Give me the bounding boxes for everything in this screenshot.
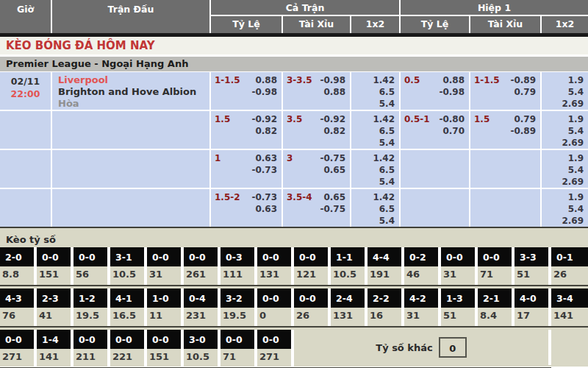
score-box: 4-4 (368, 247, 401, 266)
h1-1x2-cell[interactable]: 1.95.42.69 (542, 111, 588, 149)
away-team[interactable]: Brighton and Hove Albion (58, 86, 209, 98)
score-cell[interactable]: 0-0151 (147, 330, 184, 367)
score-cell[interactable]: 0-031 (441, 247, 478, 285)
score-cell[interactable]: 1-011 (147, 289, 184, 326)
score-cell[interactable]: 3-351 (514, 247, 551, 285)
score-cell[interactable]: 0-056 (74, 247, 110, 285)
score-cell[interactable]: 0-026 (294, 289, 331, 326)
score-cell[interactable]: 1-351 (441, 289, 478, 326)
home-team[interactable]: Liverpool (58, 74, 209, 86)
ft-handicap-cell[interactable]: 1-1.50.88-0.98 (211, 72, 283, 110)
h1-overunder-cell[interactable] (470, 150, 542, 188)
score-odds: 141 (37, 349, 71, 367)
h1-overunder-cell[interactable]: 1-1.5-0.890.79 (470, 72, 542, 110)
score-cell[interactable]: 4-017 (514, 289, 551, 326)
odds-value: -0.75 (320, 152, 345, 164)
score-cell[interactable]: 3-219.5 (220, 289, 257, 326)
odds-value: -0.98 (320, 74, 345, 86)
table-header: Giờ Trận Đấu Cả Trận Tỷ Lệ Tài Xỉu 1x2 H… (0, 0, 588, 33)
score-cell[interactable]: 2-4131 (331, 289, 368, 326)
score-cell[interactable]: 1-110.5 (331, 247, 368, 285)
odds-value: 2.69 (542, 137, 584, 149)
ft-overunder-cell[interactable]: 3.5-40.65-0.75 (283, 189, 351, 227)
ft-handicap-cell[interactable]: 1.5-0.920.82 (211, 111, 283, 149)
ft-handicap-cell[interactable]: 1.5-2-0.730.63 (211, 189, 283, 227)
score-cell[interactable]: 4-376 (0, 289, 37, 326)
score-cell[interactable]: 0-246 (404, 247, 441, 285)
score-box: 2-0 (0, 247, 34, 266)
odds-row: 1.5-2-0.730.633.5-40.65-0.751.426.55.41.… (0, 189, 588, 227)
other-score-box[interactable]: 0 (439, 337, 467, 358)
score-cell[interactable]: 0-071 (478, 247, 514, 285)
score-cell[interactable]: 0-00 (257, 289, 294, 326)
score-cell[interactable]: 3-010.5 (184, 330, 220, 367)
ft-1x2-cell[interactable]: 1.426.55.4 (351, 111, 401, 149)
score-box: 1-2 (74, 289, 107, 308)
score-odds: 16 (368, 308, 401, 326)
score-cell[interactable]: 0-0261 (184, 247, 220, 285)
ft-overunder-cell[interactable]: 3-0.750.65 (283, 150, 351, 188)
ft-overunder-cell[interactable]: 3-3.5-0.980.88 (283, 72, 351, 110)
score-cell[interactable]: 2-341 (37, 289, 74, 326)
odds-value: 2.69 (542, 176, 584, 188)
h1-handicap-cell[interactable]: 0.5-1-0.800.70 (401, 111, 470, 149)
score-cell[interactable]: 0-0211 (74, 330, 110, 367)
score-cell[interactable]: 0-126 (551, 247, 588, 285)
ft-1x2-cell[interactable]: 1.426.55.4 (351, 72, 401, 110)
ft-1x2-cell[interactable]: 1.426.55.4 (351, 189, 401, 227)
score-cell[interactable]: 1-4141 (37, 330, 74, 367)
match-cell[interactable]: LiverpoolBrighton and Hove AlbionHòa (52, 72, 211, 110)
h1-1x2-cell[interactable]: 1.95.42.69 (542, 150, 588, 188)
score-odds: 56 (74, 266, 107, 285)
col-header-time: Giờ (0, 0, 52, 33)
match-cell[interactable] (52, 189, 211, 227)
match-cell[interactable] (52, 150, 211, 188)
score-cell[interactable]: 0-0271 (0, 330, 37, 367)
score-cell[interactable]: 0-0121 (294, 247, 331, 285)
score-cell[interactable]: 3-110.5 (110, 247, 147, 285)
score-cell[interactable]: 0-031 (147, 247, 184, 285)
odds-value: -0.92 (251, 113, 277, 125)
odds-value: 0.79 (474, 86, 536, 98)
score-cell[interactable]: 0-4231 (184, 289, 220, 326)
score-box: 4-3 (0, 289, 34, 308)
score-odds: 31 (147, 266, 181, 285)
other-score-label: Tỷ số khác (376, 342, 432, 353)
score-cell[interactable]: 2-18.4 (478, 289, 514, 326)
h1-1x2-cell[interactable]: 1.95.42.69 (542, 72, 588, 110)
match-cell[interactable] (52, 111, 211, 149)
odds-value: 6.5 (351, 86, 395, 98)
score-cell[interactable]: 3-4141 (551, 289, 588, 326)
score-odds: 51 (514, 266, 548, 285)
score-cell[interactable]: 0-0221 (110, 330, 147, 367)
score-cell[interactable]: 1-219.5 (74, 289, 110, 326)
score-cell[interactable]: 4-4191 (368, 247, 404, 285)
score-cell[interactable]: 2-216 (368, 289, 404, 326)
ft-1x2-cell[interactable]: 1.426.55.4 (351, 150, 401, 188)
ft-handicap-cell[interactable]: 10.63-0.73 (211, 150, 283, 188)
h1-handicap-cell[interactable] (401, 150, 470, 188)
time-cell: 02/1122:00 (0, 72, 52, 110)
score-odds: 261 (184, 266, 218, 285)
h1-overunder-cell[interactable]: 1.50.79-0.89 (470, 111, 542, 149)
score-cell[interactable]: 0-0271 (257, 330, 294, 367)
handicap-line: 1.5-2 (215, 191, 240, 203)
score-cell[interactable]: 0-3111 (220, 247, 257, 285)
score-odds: 8.8 (0, 266, 34, 285)
subheader-overunder-h1: Tài Xỉu (470, 16, 542, 33)
h1-handicap-cell[interactable]: 0.50.88-0.98 (401, 72, 470, 110)
h1-overunder-cell[interactable] (470, 189, 542, 227)
odds-value: 6.5 (351, 125, 395, 137)
score-cell[interactable]: 0-071 (220, 330, 257, 367)
league-header[interactable]: Premier League - Ngoại Hạng Anh (0, 57, 588, 71)
score-cell[interactable]: 0-0151 (37, 247, 74, 285)
score-cell[interactable]: 4-116.5 (110, 289, 147, 326)
h1-1x2-cell[interactable]: 1.95.42.69 (542, 189, 588, 227)
odds-value: 5.4 (351, 176, 395, 188)
score-cell[interactable]: 0-0131 (257, 247, 294, 285)
score-cell[interactable]: 4-231 (404, 289, 441, 326)
h1-handicap-cell[interactable] (401, 189, 470, 227)
score-box: 2-4 (331, 289, 365, 308)
score-cell[interactable]: 2-08.8 (0, 247, 37, 285)
ft-overunder-cell[interactable]: 3.5-0.920.82 (283, 111, 351, 149)
